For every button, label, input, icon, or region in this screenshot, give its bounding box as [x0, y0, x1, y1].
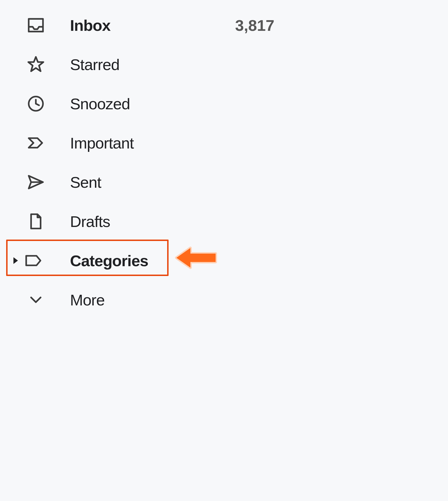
sidebar-item-label: Sent	[70, 173, 101, 191]
expand-caret-icon[interactable]	[13, 257, 18, 264]
sidebar-item-label: Snoozed	[70, 95, 130, 113]
sidebar-item-more[interactable]: More	[0, 280, 280, 319]
sidebar-item-important[interactable]: Important	[0, 123, 280, 163]
clock-icon	[26, 94, 45, 113]
inbox-count: 3,817	[235, 16, 274, 34]
mail-sidebar: Inbox 3,817 Starred Snoozed Important	[0, 0, 280, 319]
sidebar-item-sent[interactable]: Sent	[0, 163, 280, 202]
sidebar-item-label: Inbox	[70, 16, 110, 34]
svg-marker-0	[28, 57, 43, 71]
sidebar-item-starred[interactable]: Starred	[0, 45, 280, 84]
sidebar-item-drafts[interactable]: Drafts	[0, 202, 280, 241]
sidebar-item-snoozed[interactable]: Snoozed	[0, 84, 280, 123]
chevron-down-icon	[26, 290, 45, 309]
send-icon	[26, 173, 45, 192]
important-icon	[26, 133, 45, 152]
sidebar-item-categories[interactable]: Categories	[0, 241, 280, 280]
inbox-icon	[26, 16, 45, 35]
sidebar-item-label: More	[70, 291, 105, 309]
label-icon	[22, 251, 44, 270]
sidebar-item-label: Categories	[70, 252, 148, 270]
star-icon	[26, 55, 45, 74]
sidebar-item-label: Starred	[70, 55, 120, 74]
sidebar-item-label: Important	[70, 134, 134, 152]
sidebar-item-label: Drafts	[70, 212, 110, 231]
sidebar-item-inbox[interactable]: Inbox 3,817	[0, 6, 280, 45]
draft-icon	[26, 212, 45, 231]
